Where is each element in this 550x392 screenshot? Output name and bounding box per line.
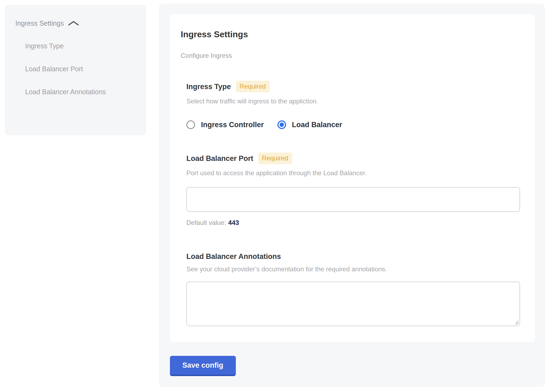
load-balancer-port-input[interactable] [186, 187, 520, 212]
load-balancer-port-heading-row: Load Balancer Port Required [186, 153, 519, 164]
radio-option-ingress-controller[interactable]: Ingress Controller [186, 119, 264, 130]
page-subtitle: Configure Ingress [181, 52, 519, 60]
load-balancer-annotations-textarea-wrap [186, 282, 520, 326]
load-balancer-port-help: Port used to access the application thro… [186, 169, 519, 177]
radio-selected-icon[interactable] [277, 120, 286, 129]
section-ingress-type: Ingress Type Required Select how traffic… [186, 81, 519, 130]
ingress-settings-card: Ingress Settings Configure Ingress Ingre… [170, 14, 535, 342]
chevron-up-icon [68, 21, 79, 26]
ingress-type-radio-group: Ingress Controller Load Balancer [186, 119, 519, 130]
load-balancer-port-heading: Load Balancer Port [186, 153, 253, 164]
sidebar-item-list: Ingress Type Load Balancer Port Load Bal… [15, 38, 140, 100]
ingress-type-heading-row: Ingress Type Required [186, 81, 519, 92]
sidebar-item-load-balancer-port[interactable]: Load Balancer Port [25, 61, 114, 77]
sidebar-item-ingress-type[interactable]: Ingress Type [25, 38, 114, 54]
default-value-label: Default value: [186, 219, 226, 226]
config-main-panel: Ingress Settings Configure Ingress Ingre… [159, 4, 545, 387]
default-value-number: 443 [228, 219, 239, 226]
radio-unselected-icon[interactable] [186, 120, 195, 129]
load-balancer-annotations-heading-row: Load Balancer Annotations [186, 251, 519, 262]
default-value-line: Default value:443 [186, 219, 519, 227]
load-balancer-annotations-help: See your cloud provider’s documentation … [186, 265, 519, 273]
resize-handle-icon[interactable] [514, 320, 519, 325]
sidebar-item-load-balancer-annotations[interactable]: Load Balancer Annotations [25, 84, 114, 100]
section-load-balancer-annotations: Load Balancer Annotations See your cloud… [186, 251, 519, 326]
load-balancer-annotations-textarea[interactable] [186, 282, 520, 326]
required-badge: Required [236, 81, 270, 92]
ingress-type-heading: Ingress Type [186, 81, 231, 92]
load-balancer-annotations-heading: Load Balancer Annotations [186, 251, 281, 262]
sidebar-group-label: Ingress Settings [15, 18, 64, 29]
page-title: Ingress Settings [181, 29, 519, 39]
radio-label-ingress-controller[interactable]: Ingress Controller [201, 119, 264, 130]
radio-option-load-balancer[interactable]: Load Balancer [277, 119, 342, 130]
config-nav-sidebar: Ingress Settings Ingress Type Load Balan… [5, 5, 146, 135]
sidebar-group-ingress-settings[interactable]: Ingress Settings [15, 18, 140, 29]
radio-label-load-balancer[interactable]: Load Balancer [292, 119, 342, 130]
ingress-type-help: Select how traffic will ingress to the a… [186, 97, 519, 105]
required-badge: Required [258, 153, 292, 164]
radio-dot [280, 123, 284, 127]
save-config-button[interactable]: Save config [170, 356, 236, 376]
section-load-balancer-port: Load Balancer Port Required Port used to… [186, 153, 519, 227]
